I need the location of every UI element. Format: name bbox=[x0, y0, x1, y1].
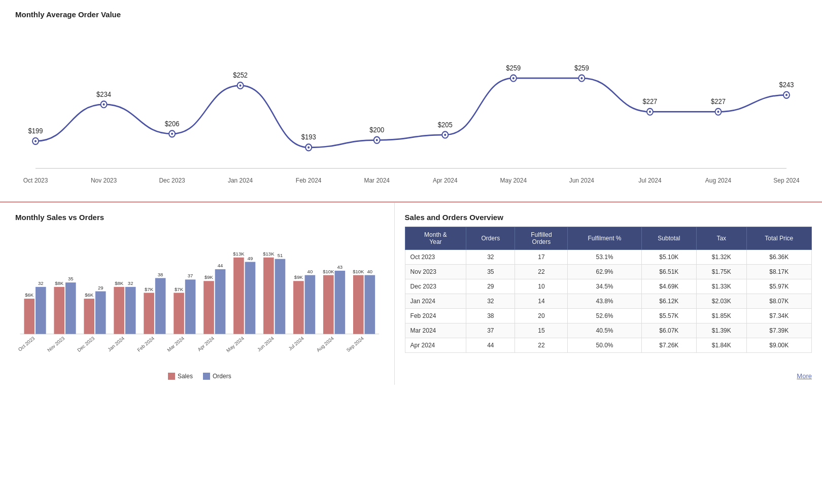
bottom-section: Monthly Sales vs Orders $6K32Oct 2023$8K… bbox=[0, 202, 822, 385]
table-cell: $4.69K bbox=[641, 279, 696, 294]
svg-text:Jan 2024: Jan 2024 bbox=[228, 176, 253, 184]
legend-orders-label: Orders bbox=[213, 373, 231, 380]
svg-point-2 bbox=[35, 140, 37, 142]
svg-text:$8K: $8K bbox=[115, 280, 124, 286]
svg-text:$10K: $10K bbox=[323, 269, 334, 274]
svg-rect-85 bbox=[233, 258, 244, 334]
table-row: Nov 2023352262.9%$6.51K$1.75K$8.17K bbox=[405, 265, 811, 279]
svg-text:40: 40 bbox=[307, 269, 313, 274]
table-cell: $7.39K bbox=[746, 323, 811, 338]
svg-text:Sep 2024: Sep 2024 bbox=[773, 176, 799, 184]
table-cell: 40.5% bbox=[568, 323, 641, 338]
svg-point-34 bbox=[580, 77, 583, 79]
table-cell: $8.07K bbox=[746, 294, 811, 309]
table-cell: $7.26K bbox=[641, 338, 696, 353]
table-cell: 38 bbox=[466, 309, 515, 323]
table-cell: $1.75K bbox=[697, 265, 746, 279]
table-cell: $1.33K bbox=[697, 279, 746, 294]
overview-table-title: Sales and Orders Overview bbox=[405, 213, 812, 222]
table-cell: 62.9% bbox=[568, 265, 641, 279]
svg-text:Nov 2023: Nov 2023 bbox=[91, 176, 117, 184]
table-cell: 15 bbox=[515, 323, 568, 338]
svg-text:Feb 2024: Feb 2024 bbox=[136, 335, 156, 353]
table-cell: Oct 2023 bbox=[405, 250, 466, 265]
svg-rect-57 bbox=[65, 282, 76, 334]
svg-point-22 bbox=[376, 139, 378, 141]
table-cell: 10 bbox=[515, 279, 568, 294]
table-cell: $7.34K bbox=[746, 309, 811, 323]
more-link[interactable]: More bbox=[797, 372, 812, 380]
table-cell: Nov 2023 bbox=[405, 265, 466, 279]
svg-text:40: 40 bbox=[367, 269, 373, 274]
svg-text:$227: $227 bbox=[711, 98, 726, 106]
col-subtotal: Subtotal bbox=[641, 227, 696, 250]
svg-rect-52 bbox=[36, 287, 46, 334]
svg-text:43: 43 bbox=[337, 264, 343, 270]
overview-table: Month &Year Orders FulfilledOrders Fulfi… bbox=[405, 227, 812, 353]
svg-text:$205: $205 bbox=[438, 121, 453, 129]
table-cell: 20 bbox=[515, 309, 568, 323]
svg-rect-82 bbox=[215, 269, 226, 334]
svg-text:Oct 2023: Oct 2023 bbox=[17, 335, 36, 352]
legend-orders-color bbox=[203, 373, 210, 380]
table-row: Dec 2023291034.5%$4.69K$1.33K$5.97K bbox=[405, 279, 811, 294]
col-orders: Orders bbox=[466, 227, 515, 250]
svg-rect-80 bbox=[203, 281, 214, 334]
svg-rect-62 bbox=[95, 292, 106, 334]
table-cell: Jan 2024 bbox=[405, 294, 466, 309]
table-cell: Dec 2023 bbox=[405, 279, 466, 294]
table-cell: $1.32K bbox=[697, 250, 746, 265]
legend-orders: Orders bbox=[203, 373, 231, 380]
table-cell: 17 bbox=[515, 250, 568, 265]
svg-text:$259: $259 bbox=[574, 64, 589, 72]
col-month: Month &Year bbox=[405, 227, 466, 250]
overview-table-section: Sales and Orders Overview Month &Year Or… bbox=[395, 203, 822, 385]
svg-text:$13K: $13K bbox=[233, 251, 245, 257]
legend-sales-label: Sales bbox=[178, 373, 193, 380]
table-row: Apr 2024442250.0%$7.26K$1.84K$9.00K bbox=[405, 338, 811, 353]
table-cell: 52.6% bbox=[568, 309, 641, 323]
svg-text:$243: $243 bbox=[779, 81, 794, 89]
table-cell: 53.1% bbox=[568, 250, 641, 265]
table-cell: $2.03K bbox=[697, 294, 746, 309]
svg-point-14 bbox=[239, 84, 242, 86]
svg-rect-107 bbox=[365, 275, 375, 334]
table-cell: $6.36K bbox=[746, 250, 811, 265]
svg-text:$193: $193 bbox=[301, 133, 316, 141]
table-cell: 34.5% bbox=[568, 279, 641, 294]
svg-rect-102 bbox=[335, 271, 346, 334]
legend-sales: Sales bbox=[168, 373, 193, 380]
svg-rect-95 bbox=[293, 281, 304, 334]
svg-text:44: 44 bbox=[218, 263, 223, 268]
table-cell: $6.51K bbox=[641, 265, 696, 279]
svg-text:Nov 2023: Nov 2023 bbox=[46, 335, 65, 353]
table-cell: 22 bbox=[515, 338, 568, 353]
table-cell: 32 bbox=[466, 294, 515, 309]
svg-rect-72 bbox=[155, 278, 166, 334]
svg-point-42 bbox=[717, 111, 719, 113]
svg-text:$9K: $9K bbox=[204, 274, 214, 280]
svg-rect-92 bbox=[275, 259, 286, 334]
svg-rect-70 bbox=[144, 293, 154, 334]
col-fulfilled: FulfilledOrders bbox=[515, 227, 568, 250]
col-total-price: Total Price bbox=[746, 227, 811, 250]
col-tax: Tax bbox=[697, 227, 746, 250]
svg-rect-105 bbox=[353, 275, 364, 334]
bar-chart-legend: Sales Orders bbox=[15, 373, 384, 380]
svg-text:32: 32 bbox=[38, 280, 44, 286]
table-cell: $5.10K bbox=[641, 250, 696, 265]
line-chart-container: $199Oct 2023$234Nov 2023$206Dec 2023$252… bbox=[15, 24, 807, 196]
bar-chart-container: $6K32Oct 2023$8K35Nov 2023$6K29Dec 2023$… bbox=[15, 227, 384, 369]
svg-text:Aug 2024: Aug 2024 bbox=[705, 176, 731, 184]
table-header-row: Month &Year Orders FulfilledOrders Fulfi… bbox=[405, 227, 811, 250]
top-section: Monthly Average Order Value $199Oct 2023… bbox=[0, 0, 822, 202]
svg-rect-90 bbox=[263, 258, 274, 334]
svg-text:Dec 2023: Dec 2023 bbox=[159, 176, 185, 184]
svg-rect-50 bbox=[24, 299, 35, 334]
svg-point-18 bbox=[307, 147, 310, 149]
svg-text:Jun 2024: Jun 2024 bbox=[569, 176, 594, 184]
svg-text:$199: $199 bbox=[28, 127, 43, 135]
svg-rect-97 bbox=[305, 275, 316, 334]
svg-text:38: 38 bbox=[158, 272, 163, 277]
svg-text:$227: $227 bbox=[642, 98, 657, 106]
